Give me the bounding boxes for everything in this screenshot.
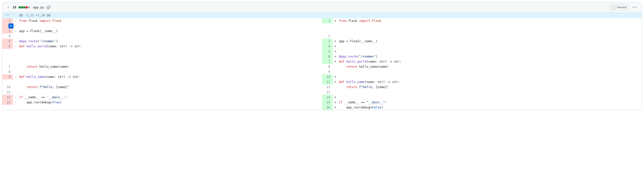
new-code[interactable]: app = Flask(__name__) xyxy=(338,39,642,44)
old-code[interactable] xyxy=(18,23,322,29)
new-code[interactable]: return hello_name(name) xyxy=(338,64,642,69)
old-marker xyxy=(13,64,18,69)
new-code[interactable] xyxy=(338,23,642,29)
new-marker: + xyxy=(333,100,338,105)
old-code[interactable] xyxy=(18,90,322,95)
old-code[interactable]: def hello_name(name: str) -> int: xyxy=(18,74,322,79)
old-code[interactable]: return hello_name(name) xyxy=(18,64,322,69)
old-line-number[interactable] xyxy=(2,79,13,85)
file-menu-button[interactable] xyxy=(631,4,638,10)
new-marker xyxy=(333,23,338,29)
expand-hunk-button[interactable] xyxy=(2,13,13,18)
diff-row: 5-@app.route('/<name>')3+app = Flask(__n… xyxy=(2,39,642,44)
new-line-number[interactable]: 11 xyxy=(322,79,333,85)
new-line-number[interactable]: 6 xyxy=(322,54,333,59)
new-line-number[interactable]: 13 xyxy=(322,90,333,95)
old-code[interactable]: from flask import Flask xyxy=(18,18,322,23)
new-code[interactable] xyxy=(338,49,642,54)
new-code[interactable]: def hello_world(name: str) -> str: xyxy=(338,59,642,64)
diff-row: 42 xyxy=(2,34,642,39)
new-marker: + xyxy=(333,95,338,100)
new-code[interactable] xyxy=(338,44,642,49)
old-code[interactable]: app = Flask(__name__) xyxy=(18,29,322,34)
old-line-number[interactable]: 1 xyxy=(2,18,13,23)
old-code[interactable] xyxy=(18,105,322,110)
new-marker: + xyxy=(333,44,338,49)
viewed-label-text: Viewed xyxy=(617,6,627,9)
new-marker: + xyxy=(333,18,338,23)
old-line-number[interactable] xyxy=(2,54,13,59)
new-line-number[interactable]: 7 xyxy=(322,59,333,64)
diffstat-block xyxy=(19,6,21,8)
old-line-number[interactable]: 6 xyxy=(2,44,13,49)
chevron-down-icon xyxy=(7,6,10,9)
old-marker xyxy=(13,34,18,39)
old-code[interactable] xyxy=(18,34,322,39)
collapse-toggle[interactable] xyxy=(6,5,10,9)
new-marker xyxy=(333,69,338,74)
new-code[interactable]: app.run(debug=False) xyxy=(338,105,642,110)
copy-icon xyxy=(47,6,50,9)
old-code[interactable]: return f"hello, {name}" xyxy=(18,85,322,90)
old-line-number[interactable]: 7 xyxy=(2,64,13,69)
new-code[interactable] xyxy=(338,29,642,34)
old-code[interactable] xyxy=(18,69,322,74)
new-line-number[interactable] xyxy=(322,29,333,34)
new-code[interactable]: if __name__ == "__main__": xyxy=(338,100,642,105)
diffstat-block xyxy=(21,6,23,8)
viewed-checkbox[interactable] xyxy=(612,6,615,9)
old-code[interactable]: app.run(debug=True) xyxy=(18,100,322,105)
new-code[interactable] xyxy=(338,34,642,39)
new-code[interactable]: @app.route("/<name>") xyxy=(338,54,642,59)
new-code[interactable]: from flask import Flask xyxy=(338,18,642,23)
new-line-number[interactable]: 1 xyxy=(322,18,333,23)
new-code[interactable]: def hello_name(name: str) -> str: xyxy=(338,79,642,85)
old-line-number[interactable]: 10 xyxy=(2,85,13,90)
new-code[interactable] xyxy=(338,95,642,100)
old-line-number[interactable]: 2 xyxy=(2,23,13,29)
old-line-number[interactable]: 3 xyxy=(2,29,13,34)
old-line-number[interactable]: 5 xyxy=(2,39,13,44)
old-code[interactable] xyxy=(18,79,322,85)
old-code[interactable]: @app.route('/<name>') xyxy=(18,39,322,44)
new-line-number[interactable] xyxy=(322,23,333,29)
new-code[interactable] xyxy=(338,90,642,95)
old-line-number[interactable] xyxy=(2,105,13,110)
new-line-number[interactable]: 2 xyxy=(322,34,333,39)
add-comment-button[interactable] xyxy=(8,23,14,29)
viewed-toggle[interactable]: Viewed xyxy=(609,4,629,10)
old-code[interactable] xyxy=(18,54,322,59)
old-line-number[interactable]: 4 xyxy=(2,34,13,39)
new-line-number[interactable]: 14 xyxy=(322,95,333,100)
old-code[interactable] xyxy=(18,59,322,64)
old-code[interactable]: def hello_world(name: str) -> str: xyxy=(18,44,322,49)
diff-row: 7 return hello_name(name)8 return hello_… xyxy=(2,64,642,69)
old-code[interactable]: if __name__ == '__main__': xyxy=(18,95,322,100)
old-line-number[interactable] xyxy=(2,59,13,64)
copy-path-button[interactable] xyxy=(46,5,51,10)
new-code[interactable]: return f"hello, {name}" xyxy=(338,85,642,90)
old-line-number[interactable]: 9 xyxy=(2,74,13,79)
new-line-number[interactable]: 12 xyxy=(322,85,333,90)
new-line-number[interactable]: 15 xyxy=(322,100,333,105)
old-line-number[interactable]: 12 xyxy=(2,95,13,100)
new-line-number[interactable]: 8 xyxy=(322,64,333,69)
new-code[interactable] xyxy=(338,69,642,74)
old-code[interactable] xyxy=(18,49,322,54)
filename-link[interactable]: app.py xyxy=(33,6,44,9)
old-marker: - xyxy=(13,100,18,105)
new-line-number[interactable]: 3 xyxy=(322,39,333,44)
old-line-number[interactable] xyxy=(2,49,13,54)
new-line-number[interactable]: 9 xyxy=(322,69,333,74)
new-line-number[interactable]: 16 xyxy=(322,105,333,110)
ellipsis-icon xyxy=(6,13,10,17)
old-line-number[interactable]: 11 xyxy=(2,90,13,95)
new-marker xyxy=(333,34,338,39)
new-line-number[interactable]: 5 xyxy=(322,49,333,54)
file-diff: 19 app.py Viewed xyxy=(2,2,642,110)
old-line-number[interactable]: 13 xyxy=(2,100,13,105)
old-line-number[interactable]: 8 xyxy=(2,69,13,74)
new-line-number[interactable]: 10 xyxy=(322,74,333,79)
new-code[interactable] xyxy=(338,74,642,79)
new-line-number[interactable]: 4 xyxy=(322,44,333,49)
